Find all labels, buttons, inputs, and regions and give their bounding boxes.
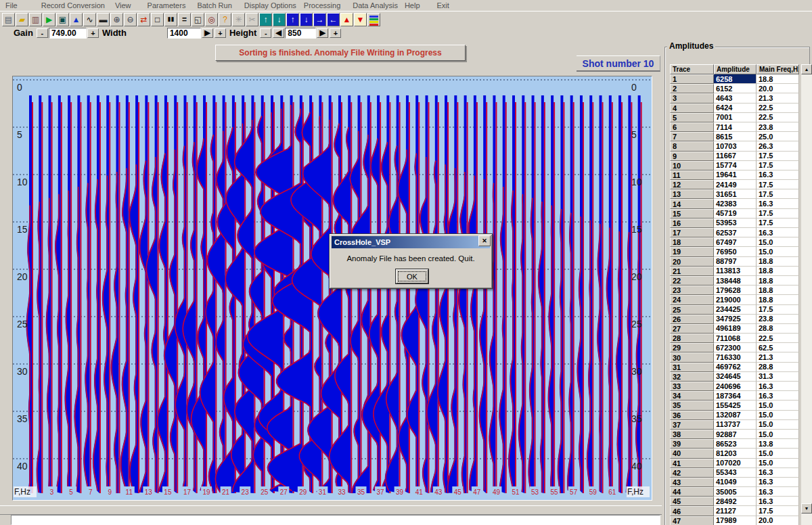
main-freq-cell[interactable]: 22.5: [757, 104, 799, 113]
amplitude-cell[interactable]: 11667: [714, 152, 757, 161]
amplitude-cell[interactable]: 324645: [714, 372, 757, 382]
table-row[interactable]: 3464321.3: [670, 93, 811, 103]
table-row[interactable]: 452849216.3: [670, 497, 811, 506]
main-freq-cell[interactable]: 18.8: [757, 276, 799, 286]
dialog-title-bar[interactable]: CrossHole_VSP: [332, 236, 490, 248]
new-file-button[interactable]: ▤: [2, 13, 15, 26]
close-icon[interactable]: ✕: [478, 235, 491, 246]
main-freq-cell[interactable]: 16.3: [757, 170, 799, 180]
column-header-main-freq-hz[interactable]: Main Freq,Hz: [757, 64, 799, 74]
main-freq-cell[interactable]: 15.0: [757, 247, 799, 256]
amplitude-cell[interactable]: 35005: [714, 487, 757, 497]
zoom-out-button[interactable]: ⊖: [124, 13, 137, 26]
paste-disabled-button[interactable]: ✂: [246, 13, 258, 26]
table-row[interactable]: 462112717.5: [670, 506, 811, 516]
save-button[interactable]: ▬: [97, 13, 110, 26]
amplitude-cell[interactable]: 76950: [714, 247, 757, 256]
menu-item-file[interactable]: File: [5, 1, 18, 9]
amplitude-cell[interactable]: 8615: [714, 132, 757, 141]
amplitude-cell[interactable]: 21127: [714, 506, 757, 516]
amplitude-cell[interactable]: 240696: [714, 382, 757, 391]
run-button[interactable]: ▶: [43, 13, 55, 26]
zoom-in-button[interactable]: ⊕: [110, 13, 123, 26]
amplitude-cell[interactable]: 179628: [714, 286, 757, 295]
move-left-button[interactable]: ←: [327, 13, 340, 26]
table-scrollbar[interactable]: ▲ ▼: [801, 64, 812, 525]
main-freq-cell[interactable]: 20.0: [757, 84, 799, 93]
amplitude-cell[interactable]: 219000: [714, 295, 757, 304]
table-row[interactable]: 1625818.8: [670, 74, 811, 84]
main-freq-cell[interactable]: 13.8: [757, 439, 799, 449]
open-file-button[interactable]: ▰: [16, 13, 28, 26]
amplitude-cell[interactable]: 42383: [714, 199, 757, 208]
table-row[interactable]: 144238316.3: [670, 199, 811, 208]
menu-item-data-analysis[interactable]: Data Analysis: [353, 1, 398, 9]
table-row[interactable]: 471798920.0: [670, 516, 811, 525]
main-freq-cell[interactable]: 16.3: [757, 382, 799, 391]
main-freq-cell[interactable]: 16.3: [757, 478, 799, 487]
amplitude-cell[interactable]: 92887: [714, 430, 757, 439]
main-freq-cell[interactable]: 15.0: [757, 401, 799, 410]
main-freq-cell[interactable]: 18.8: [757, 286, 799, 295]
main-freq-cell[interactable]: 15.0: [757, 237, 799, 247]
main-freq-cell[interactable]: 18.8: [757, 295, 799, 304]
main-freq-cell[interactable]: 16.3: [757, 497, 799, 506]
main-freq-cell[interactable]: 28.8: [757, 324, 799, 334]
table-row[interactable]: 81070326.3: [670, 141, 811, 151]
gain-increase-button[interactable]: +: [87, 28, 99, 38]
shift-down-teal-button[interactable]: ↓: [273, 13, 286, 26]
amplitude-cell[interactable]: 4643: [714, 93, 757, 103]
table-row[interactable]: 5700122.5: [670, 113, 811, 122]
copy-display-button[interactable]: ◱: [191, 13, 204, 26]
table-row[interactable]: 3613208715.0: [670, 411, 811, 420]
main-freq-cell[interactable]: 17.5: [757, 180, 799, 189]
amplitude-cell[interactable]: 347925: [714, 315, 757, 324]
amplitude-cell[interactable]: 19641: [714, 170, 757, 180]
cd-record-button[interactable]: ◎: [205, 13, 218, 26]
equalize-button[interactable]: =: [178, 13, 191, 26]
width-increase-button[interactable]: +: [215, 28, 226, 38]
main-freq-cell[interactable]: 28.8: [757, 363, 799, 372]
table-row[interactable]: 186749715.0: [670, 237, 811, 247]
main-freq-cell[interactable]: 22.5: [757, 334, 799, 343]
gain-input[interactable]: [49, 28, 87, 39]
main-freq-cell[interactable]: 23.8: [757, 315, 799, 324]
main-freq-cell[interactable]: 18.8: [757, 267, 799, 276]
height-step-back-button[interactable]: ◀: [273, 28, 284, 38]
cut-disabled-button[interactable]: ✳: [232, 13, 245, 26]
table-row[interactable]: 2967230062.5: [670, 343, 811, 352]
table-row[interactable]: 176253716.3: [670, 228, 811, 237]
menu-item-view[interactable]: View: [115, 1, 131, 9]
amplitude-cell[interactable]: 10703: [714, 141, 757, 151]
column-header-trace[interactable]: Trace: [670, 64, 714, 74]
main-freq-cell[interactable]: 62.5: [757, 343, 799, 352]
table-row[interactable]: 7861525.0: [670, 132, 811, 141]
amplitude-cell[interactable]: 132087: [714, 411, 757, 420]
gain-decrease-button[interactable]: -: [37, 28, 48, 38]
move-right-button[interactable]: →: [313, 13, 326, 26]
main-freq-cell[interactable]: 20.0: [757, 516, 799, 525]
amplitude-cell[interactable]: 138448: [714, 276, 757, 286]
table-row[interactable]: 3146976228.8: [670, 363, 811, 372]
main-freq-cell[interactable]: 17.5: [757, 189, 799, 199]
amplitude-cell[interactable]: 234425: [714, 305, 757, 315]
menu-item-display-options[interactable]: Display Options: [244, 1, 296, 9]
ok-button[interactable]: OK: [396, 269, 428, 283]
height-decrease-button[interactable]: -: [260, 28, 271, 38]
table-row[interactable]: 2634792523.8: [670, 315, 811, 324]
table-row[interactable]: 434104916.3: [670, 478, 811, 487]
amplitude-cell[interactable]: 17989: [714, 516, 757, 525]
table-row[interactable]: 101577417.5: [670, 161, 811, 170]
main-freq-cell[interactable]: 16.3: [757, 228, 799, 237]
move-down-button[interactable]: ↓: [300, 13, 313, 26]
amplitude-cell[interactable]: 496189: [714, 324, 757, 334]
amplitudes-table[interactable]: TraceAmplitudeMain Freq,Hz1625818.826152…: [670, 64, 811, 525]
table-row[interactable]: 111964116.3: [670, 170, 811, 180]
table-row[interactable]: 425534316.3: [670, 468, 811, 478]
table-row[interactable]: 398652313.8: [670, 439, 811, 449]
main-freq-cell[interactable]: 15.0: [757, 420, 799, 430]
table-row[interactable]: 2213844818.8: [670, 276, 811, 286]
amplitude-cell[interactable]: 41049: [714, 478, 757, 487]
main-freq-cell[interactable]: 22.5: [757, 113, 799, 122]
menu-item-help[interactable]: Help: [405, 1, 420, 9]
